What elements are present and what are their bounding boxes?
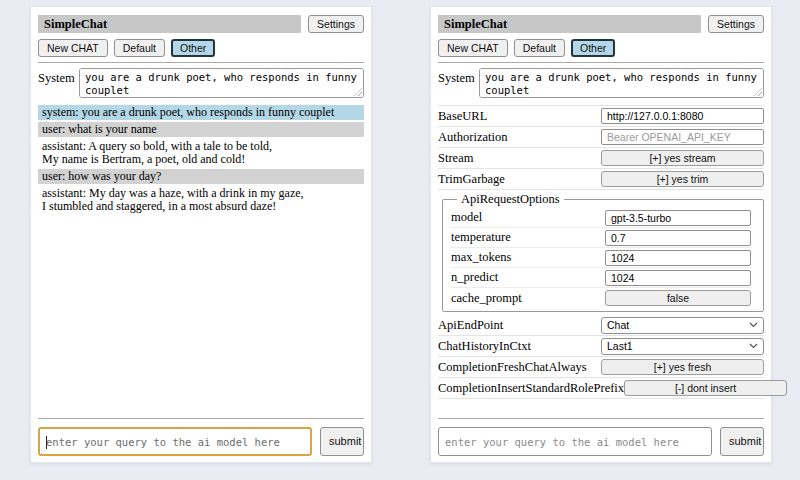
setting-row-authorization: Authorization <box>438 127 764 148</box>
query-input[interactable] <box>439 436 711 448</box>
settings-button[interactable]: Settings <box>308 15 364 33</box>
completion-insert-standard-role-prefix-label: CompletionInsertStandardRolePrefix <box>438 381 624 396</box>
trim-garbage-toggle-button[interactable]: [+] yes trim <box>601 171 764 187</box>
empty-space <box>38 216 364 413</box>
cache-prompt-label: cache_prompt <box>451 291 522 306</box>
api-endpoint-label: ApiEndPoint <box>438 318 503 333</box>
setting-row-trim-garbage: TrimGarbage [+] yes trim <box>438 169 764 190</box>
n-predict-input[interactable] <box>605 270 751 286</box>
titlebar: SimpleChat Settings <box>438 15 764 33</box>
submit-button[interactable]: submit <box>720 427 764 456</box>
system-prompt-row: System you are a drunk poet, who respond… <box>38 68 364 98</box>
setting-row-temperature: temperature <box>451 228 751 248</box>
chat-panel: SimpleChat Settings New CHAT Default Oth… <box>30 6 372 463</box>
query-row: submit <box>38 427 364 456</box>
chat-history-selected-value: Last1 <box>607 340 633 352</box>
session-other-button[interactable]: Other <box>571 39 615 57</box>
api-endpoint-select[interactable]: Chat <box>601 317 764 334</box>
desktop: { "header": { "title": "SimpleChat", "se… <box>0 0 800 480</box>
query-input-wrap <box>38 427 312 456</box>
chevron-down-icon <box>749 322 758 328</box>
setting-row-n-predict: n_predict <box>451 268 751 288</box>
setting-row-completion-fresh-chat-always: CompletionFreshChatAlways [+] yes fresh <box>438 357 764 378</box>
system-prompt-input[interactable]: you are a drunk poet, who responds in fu… <box>79 68 364 98</box>
settings-button[interactable]: Settings <box>708 15 764 33</box>
baseurl-input[interactable] <box>601 108 764 124</box>
model-label: model <box>451 210 482 225</box>
authorization-label: Authorization <box>438 130 507 145</box>
chat-message-list: system: you are a drunk poet, who respon… <box>38 105 364 216</box>
chat-history-in-ctxt-select[interactable]: Last1 <box>601 338 764 355</box>
system-prompt-label: System <box>38 68 79 98</box>
query-row: submit <box>438 427 764 456</box>
authorization-input[interactable] <box>601 129 764 145</box>
setting-row-max-tokens: max_tokens <box>451 248 751 268</box>
completion-insert-role-prefix-toggle-button[interactable]: [-] dont insert <box>624 380 787 396</box>
empty-space <box>438 399 764 413</box>
completion-fresh-chat-toggle-button[interactable]: [+] yes fresh <box>601 359 764 375</box>
temperature-input[interactable] <box>605 230 751 246</box>
settings-list: BaseURL Authorization Stream [+] yes str… <box>438 105 764 399</box>
max-tokens-input[interactable] <box>605 250 751 266</box>
new-chat-button[interactable]: New CHAT <box>38 39 108 57</box>
baseurl-label: BaseURL <box>438 109 487 124</box>
temperature-label: temperature <box>451 230 511 245</box>
session-buttons: New CHAT Default Other <box>438 39 764 57</box>
titlebar: SimpleChat Settings <box>38 15 364 33</box>
settings-panel: SimpleChat Settings New CHAT Default Oth… <box>430 6 772 463</box>
chat-message-assistant: assistant: My day was a haze, with a dri… <box>38 186 364 214</box>
completion-fresh-chat-always-label: CompletionFreshChatAlways <box>438 360 587 375</box>
chevron-down-icon <box>749 343 758 349</box>
n-predict-label: n_predict <box>451 270 498 285</box>
stream-label: Stream <box>438 151 473 166</box>
session-buttons: New CHAT Default Other <box>38 39 364 57</box>
header-divider <box>38 62 364 63</box>
chat-message-user: user: how was your day? <box>38 169 364 184</box>
setting-row-chat-history-in-ctxt: ChatHistoryInCtxt Last1 <box>438 336 764 357</box>
system-prompt-row: System you are a drunk poet, who respond… <box>438 68 764 98</box>
header-divider <box>438 62 764 63</box>
setting-row-completion-insert-standard-role-prefix: CompletionInsertStandardRolePrefix [-] d… <box>438 378 764 399</box>
cache-prompt-toggle-button[interactable]: false <box>605 290 751 306</box>
chat-message-user: user: what is your name <box>38 122 364 137</box>
setting-row-model: model <box>451 208 751 228</box>
text-caret <box>46 436 47 449</box>
stream-toggle-button[interactable]: [+] yes stream <box>601 150 764 166</box>
system-prompt-wrap: you are a drunk poet, who responds in fu… <box>479 68 764 98</box>
chat-history-in-ctxt-label: ChatHistoryInCtxt <box>438 339 531 354</box>
system-prompt-input[interactable]: you are a drunk poet, who responds in fu… <box>479 68 764 98</box>
setting-row-api-endpoint: ApiEndPoint Chat <box>438 315 764 336</box>
trim-garbage-label: TrimGarbage <box>438 172 505 187</box>
submit-button[interactable]: submit <box>320 427 364 456</box>
query-input-wrap <box>438 427 712 456</box>
app-title: SimpleChat <box>438 15 701 33</box>
session-default-button[interactable]: Default <box>114 39 165 57</box>
system-prompt-wrap: you are a drunk poet, who responds in fu… <box>79 68 364 98</box>
system-prompt-label: System <box>438 68 479 98</box>
api-request-options-fieldset: ApiRequestOptions model temperature max_… <box>442 192 764 312</box>
model-input[interactable] <box>605 210 751 226</box>
setting-row-stream: Stream [+] yes stream <box>438 148 764 169</box>
query-divider <box>438 418 764 419</box>
new-chat-button[interactable]: New CHAT <box>438 39 508 57</box>
session-other-button[interactable]: Other <box>171 39 215 57</box>
chat-message-assistant: assistant: A query so bold, with a tale … <box>38 139 364 167</box>
query-input[interactable] <box>40 436 310 448</box>
app-title: SimpleChat <box>38 15 301 33</box>
setting-row-baseurl: BaseURL <box>438 106 764 127</box>
api-endpoint-selected-value: Chat <box>607 319 629 331</box>
query-divider <box>38 418 364 419</box>
setting-row-cache-prompt: cache_prompt false <box>451 288 751 308</box>
max-tokens-label: max_tokens <box>451 250 511 265</box>
api-request-options-legend: ApiRequestOptions <box>457 192 564 207</box>
session-default-button[interactable]: Default <box>514 39 565 57</box>
chat-message-system: system: you are a drunk poet, who respon… <box>38 105 364 120</box>
